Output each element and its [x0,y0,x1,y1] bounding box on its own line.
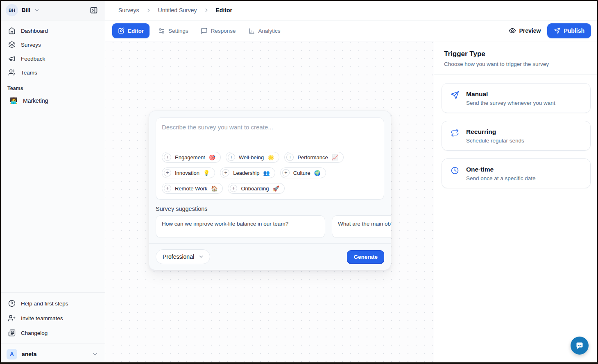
chip-culture[interactable]: + Culture 🌍 [280,167,326,178]
sidebar-item-surveys[interactable]: Surveys [0,38,105,52]
chip-label: Onboarding [241,185,269,192]
trigger-option-text: Recurring Schedule regular sends [466,128,524,144]
editor-toolbar: Editor Settings Response [105,20,598,41]
tone-value: Professional [163,253,194,260]
sidebar-item-label: Teams [21,70,37,76]
chip-performance[interactable]: + Performance 📈 [284,152,344,163]
sidebar-item-label: Changelog [21,330,48,336]
sidebar-item-invite[interactable]: Invite teammates [0,311,105,326]
plus-icon: + [164,185,171,192]
trigger-option-desc: Send the survey whenever you want [466,100,555,106]
team-emoji: 🧑‍💻 [10,97,17,104]
tab-settings[interactable]: Settings [154,23,192,38]
chip-engagement[interactable]: + Engagement 🎯 [162,152,221,163]
chip-label: Leadership [233,170,259,176]
chip-well-being[interactable]: + Well-being 🌟 [226,152,279,163]
sidebar-item-dashboard[interactable]: Dashboard [0,24,105,38]
trigger-option-text: One-time Send once at a specific date [466,166,536,181]
sidebar-item-label: Surveys [21,42,41,48]
panel-collapse-icon [90,6,98,14]
chat-launcher-button[interactable] [571,337,589,355]
breadcrumb-current-page: Editor [216,7,232,14]
sidebar-item-teams[interactable]: Teams [0,66,105,79]
chevron-down-icon [34,7,40,13]
eye-icon [509,27,516,34]
sidebar-item-label: Help and first steps [21,301,68,307]
trigger-option-text: Manual Send the survey whenever you want [466,90,555,106]
tab-editor[interactable]: Editor [112,23,150,38]
chip-label: Performance [297,154,328,161]
topic-chips: + Engagement 🎯 + Well-being 🌟 + [162,152,378,194]
suggestion-card[interactable]: What are the main ob [332,215,391,238]
chip-leadership[interactable]: + Leadership 👥 [220,167,275,178]
plus-icon: + [282,169,290,176]
trigger-option-recurring[interactable]: Recurring Schedule regular sends [442,121,591,151]
plus-icon: + [164,154,171,161]
tab-label: Editor [128,28,144,34]
home-icon [8,27,16,34]
tab-label: Settings [168,28,188,34]
chip-innovation[interactable]: + Innovation 💡 [162,167,215,178]
chevron-right-icon [146,7,152,13]
sidebar-team-marketing[interactable]: 🧑‍💻 Marketing [0,93,105,108]
breadcrumb-surveys[interactable]: Surveys [118,7,139,14]
preview-label: Preview [519,27,541,34]
plus-icon: + [286,154,294,161]
clock-icon [450,166,459,175]
tab-label: Response [211,28,236,34]
collapse-sidebar-button[interactable] [88,5,99,16]
chip-emoji: 👥 [263,170,270,176]
account-name: aneta [22,351,87,357]
trigger-option-one-time[interactable]: One-time Send once at a specific date [442,158,591,188]
chevron-down-icon [198,254,204,260]
main-column: Surveys Untitled Survey Editor Editor [105,0,598,364]
layers-icon [8,41,16,48]
trigger-option-desc: Send once at a specific date [466,175,536,181]
preview-button[interactable]: Preview [509,27,541,34]
toolbar-actions: Preview Publish [509,23,591,38]
chip-label: Innovation [175,170,199,176]
trigger-option-title: Manual [466,90,555,98]
trigger-option-manual[interactable]: Manual Send the survey whenever you want [442,83,591,113]
message-square-icon [201,27,208,34]
panel-subtitle: Choose how you want to trigger the surve… [444,61,588,67]
suggestions-title: Survey suggestions [156,206,384,212]
user-plus-icon [8,314,16,322]
sidebar-nav: Dashboard Surveys Feedback Teams [0,20,105,79]
chevron-right-icon [204,7,209,13]
breadcrumb-survey-name[interactable]: Untitled Survey [158,7,197,14]
generate-button[interactable]: Generate [347,250,384,263]
chip-remote-work[interactable]: + Remote Work 🏠 [162,183,223,194]
sliders-icon [158,27,165,34]
chat-bubble-icon [575,341,584,350]
chip-emoji: 🌟 [267,154,274,161]
ai-survey-builder-card: Describe the survey you want to create..… [149,111,391,270]
sidebar-item-changelog[interactable]: Changelog [0,326,105,340]
pencil-square-icon [118,27,125,34]
tab-analytics[interactable]: Analytics [245,23,284,38]
survey-canvas[interactable]: Describe the survey you want to create..… [105,41,434,364]
chip-emoji: 💡 [203,170,210,176]
chip-label: Well-being [239,154,264,161]
trigger-options: Manual Send the survey whenever you want… [434,75,598,197]
breadcrumb: Surveys Untitled Survey Editor [105,0,598,20]
sidebar-item-help[interactable]: Help and first steps [0,296,105,311]
plus-icon: + [230,185,237,192]
chip-label: Culture [293,170,310,176]
sidebar-spacer [0,108,105,292]
trigger-type-panel: Trigger Type Choose how you want to trig… [434,41,598,364]
tab-label: Analytics [258,28,281,34]
tone-select[interactable]: Professional [156,249,210,264]
sidebar-item-label: Invite teammates [21,315,63,321]
survey-description-input[interactable]: Describe the survey you want to create..… [156,118,384,200]
tab-response[interactable]: Response [197,23,240,38]
suggestion-card[interactable]: How can we improve work-life balance in … [156,215,325,238]
sidebar-item-feedback[interactable]: Feedback [0,52,105,66]
chip-label: Engagement [175,154,205,161]
chip-onboarding[interactable]: + Onboarding 🚀 [228,183,284,194]
publish-button[interactable]: Publish [547,23,591,38]
workspace-switcher[interactable]: BH Bill [6,4,40,16]
account-menu[interactable]: A aneta [0,344,105,364]
chip-emoji: 📈 [332,154,338,161]
newspaper-icon [8,329,16,337]
